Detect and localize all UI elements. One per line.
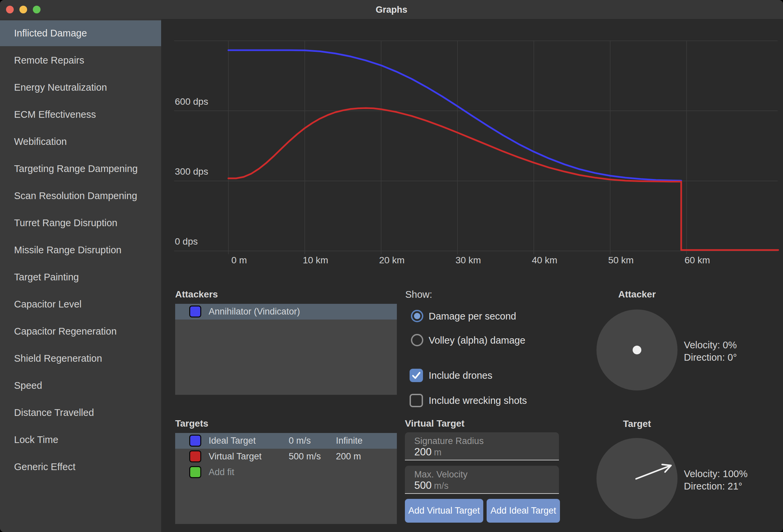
target-row-name: Ideal Target (209, 433, 256, 449)
titlebar[interactable]: Graphs (0, 0, 783, 20)
attacker-panel-header: Attacker (603, 290, 670, 299)
x-tick-label: 30 km (456, 255, 481, 265)
y-tick-label: 300 dps (175, 166, 208, 177)
target-color-swatch (189, 466, 201, 478)
attacker-row-label: Annihilator (Vindicator) (209, 304, 300, 320)
target-direction-readout: Direction: 21° (684, 480, 742, 493)
show-header: Show: (405, 290, 432, 299)
x-tick-label: 10 km (303, 255, 328, 265)
targets-listbox[interactable]: Ideal Target0 m/sInfiniteVirtual Target5… (175, 433, 397, 524)
attacker-row[interactable]: Annihilator (Vindicator) (175, 304, 397, 320)
attackers-header: Attackers (175, 290, 218, 299)
attacker-color-swatch (189, 305, 201, 318)
target-panel-header: Target (603, 419, 670, 429)
target-velocity-readout: Velocity: 100% (684, 468, 748, 480)
signature-radius-value[interactable]: 200 (414, 446, 432, 458)
signature-radius-field[interactable]: Signature Radius 200 m (405, 432, 559, 460)
sidebar-item-capacitor-level[interactable]: Capacitor Level (0, 292, 161, 317)
sidebar-item-distance-travelled[interactable]: Distance Travelled (0, 400, 161, 426)
window-title: Graphs (0, 0, 783, 20)
attacker-direction-readout: Direction: 0° (684, 351, 737, 364)
check-icon (410, 369, 423, 382)
signature-radius-unit: m (434, 447, 442, 458)
series-virtual-target (228, 108, 778, 250)
sidebar-item-lock-time[interactable]: Lock Time (0, 427, 161, 453)
sidebar-item-generic-effect[interactable]: Generic Effect (0, 454, 161, 480)
target-direction-arrow-icon (596, 438, 678, 519)
max-velocity-value[interactable]: 500 (414, 479, 432, 492)
target-row-speed: 500 m/s (289, 449, 321, 464)
max-velocity-field[interactable]: Max. Velocity 500 m/s (405, 466, 559, 494)
max-velocity-label: Max. Velocity (414, 469, 468, 480)
radio-damage-per-second-label[interactable]: Damage per second (429, 311, 516, 321)
x-tick-label: 20 km (379, 255, 405, 265)
target-color-swatch (189, 435, 201, 447)
sidebar-item-speed[interactable]: Speed (0, 373, 161, 399)
target-row[interactable]: Virtual Target500 m/s200 m (175, 449, 397, 464)
y-tick-label: 0 dps (175, 236, 198, 246)
series-ideal-target (228, 50, 681, 181)
x-tick-label: 50 km (608, 255, 634, 265)
target-row[interactable]: Add fit (175, 464, 397, 480)
dps-distance-chart: 0 dps300 dps600 dps0 m10 km20 km30 km40 … (0, 20, 783, 294)
sidebar-item-capacitor-regeneration[interactable]: Capacitor Regeneration (0, 319, 161, 344)
attacker-velocity-dot (633, 346, 641, 354)
target-row-signature: 200 m (336, 449, 361, 464)
checkbox-include-wrecking-shots-label[interactable]: Include wrecking shots (429, 396, 527, 405)
attackers-listbox[interactable]: Annihilator (Vindicator) (175, 304, 397, 395)
add-ideal-target-button[interactable]: Add Ideal Target (487, 499, 560, 523)
x-tick-label: 40 km (532, 255, 557, 265)
x-tick-label: 0 m (231, 255, 247, 265)
checkbox-include-drones[interactable] (410, 369, 423, 382)
virtual-target-header: Virtual Target (405, 419, 465, 429)
target-row-signature: Infinite (336, 433, 363, 449)
checkbox-include-wrecking-shots[interactable] (410, 394, 423, 407)
signature-radius-label: Signature Radius (414, 436, 483, 446)
attacker-direction-control[interactable] (596, 309, 678, 391)
target-row[interactable]: Ideal Target0 m/sInfinite (175, 433, 397, 449)
target-row-name: Virtual Target (209, 449, 261, 464)
x-tick-label: 60 km (685, 255, 710, 265)
target-direction-control[interactable] (596, 438, 678, 519)
sidebar-item-shield-regeneration[interactable]: Shield Regeneration (0, 346, 161, 371)
radio-volley-damage-label[interactable]: Volley (alpha) damage (429, 335, 526, 345)
radio-damage-per-second[interactable] (411, 310, 423, 322)
checkbox-include-drones-label[interactable]: Include drones (429, 370, 492, 380)
target-color-swatch (189, 451, 201, 462)
graphs-window: Graphs Inflicted DamageRemote RepairsEne… (0, 0, 783, 532)
radio-volley-damage[interactable] (411, 334, 423, 346)
add-virtual-target-button[interactable]: Add Virtual Target (405, 499, 483, 523)
target-row-name: Add fit (209, 464, 234, 480)
target-row-speed: 0 m/s (289, 433, 311, 449)
attacker-velocity-readout: Velocity: 0% (684, 339, 737, 351)
targets-header: Targets (175, 419, 208, 429)
max-velocity-unit: m/s (434, 481, 449, 491)
y-tick-label: 600 dps (175, 96, 208, 107)
